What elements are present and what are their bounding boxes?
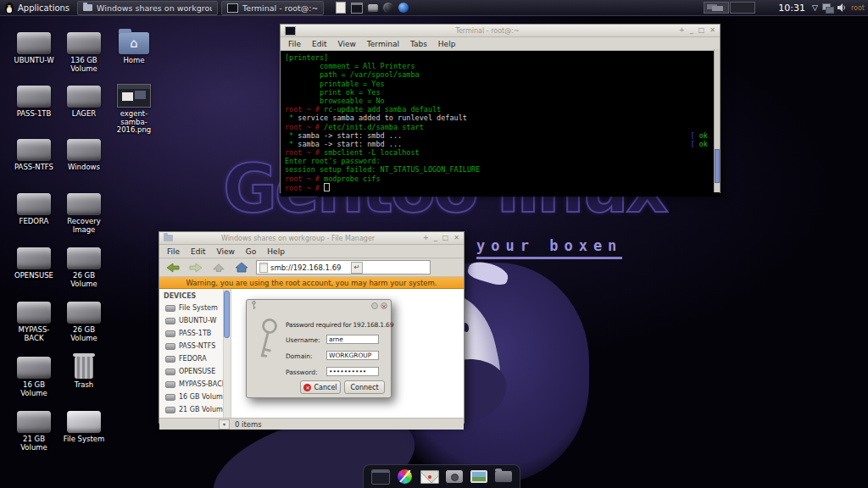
- desktop-icon-label: Trash: [59, 381, 108, 390]
- workspace-pager[interactable]: [704, 2, 755, 14]
- shade-button[interactable]: +: [423, 235, 429, 241]
- dock-screenshot-launcher[interactable]: [444, 468, 465, 486]
- shade-button[interactable]: +: [679, 27, 685, 34]
- volume-icon[interactable]: [837, 3, 846, 12]
- terminal-menu-view[interactable]: View: [338, 40, 356, 48]
- screenshot-icon[interactable]: [368, 4, 378, 12]
- terminal-titlebar[interactable]: Terminal - root@:~ + _ □ ✕: [281, 25, 720, 37]
- dock-image-viewer-launcher[interactable]: [469, 468, 489, 486]
- dialog-minimize-button[interactable]: [371, 302, 378, 309]
- domain-field[interactable]: [326, 351, 379, 360]
- document-icon[interactable]: [336, 2, 346, 14]
- desktop-icon-26-gb-volume[interactable]: 26 GB Volume: [59, 243, 108, 288]
- workspace-2[interactable]: [730, 2, 755, 14]
- sidebar-item-21-gb-volume[interactable]: 21 GB Volume: [159, 403, 223, 416]
- workspace-1[interactable]: [704, 2, 729, 14]
- minimize-button[interactable]: _: [434, 235, 437, 241]
- desktop-icon-16-gb-volume[interactable]: 16 GB Volume: [9, 352, 58, 397]
- drive-glyph: [17, 247, 51, 269]
- minimize-button[interactable]: _: [690, 27, 693, 34]
- terminal-menu-edit[interactable]: Edit: [312, 40, 326, 48]
- sidebar-item-mypass-back[interactable]: MYPASS-BACK: [159, 378, 223, 391]
- home-glyph: ⌂: [119, 32, 149, 54]
- desktop-icon-windows[interactable]: Windows: [59, 135, 108, 172]
- sidebar-scrollbar-thumb[interactable]: [224, 291, 230, 338]
- forward-button[interactable]: [187, 260, 204, 274]
- up-button[interactable]: [210, 260, 227, 274]
- browser-icon[interactable]: [398, 3, 409, 13]
- auth-dialog-titlebar[interactable]: ✕: [247, 300, 391, 311]
- desktop-icon-136-gb-volume[interactable]: 136 GB Volume: [59, 28, 108, 73]
- sidebar-item-file-system[interactable]: File System: [159, 302, 223, 314]
- fm-menu-go[interactable]: Go: [246, 247, 256, 256]
- desktop-icon-pass-1tb[interactable]: PASS-1TB: [9, 81, 58, 119]
- password-field[interactable]: [326, 367, 379, 376]
- back-button[interactable]: [164, 260, 181, 274]
- cancel-button[interactable]: ✕ Cancel: [300, 380, 341, 394]
- desktop-icon-ubuntu-w[interactable]: UBUNTU-W: [9, 28, 58, 65]
- dock-terminal-launcher[interactable]: [370, 468, 391, 486]
- notifier-triangle-icon[interactable]: ▽: [812, 3, 818, 12]
- sidebar-item-opensuse[interactable]: OPENSUSE: [159, 365, 223, 378]
- sidebar-item-fedora[interactable]: FEDORA: [159, 352, 223, 365]
- fm-menu-help[interactable]: Help: [267, 247, 285, 256]
- sidebar-scrollbar[interactable]: [224, 289, 231, 418]
- desktop-icon-pass-ntfs[interactable]: PASS-NTFS: [9, 135, 58, 172]
- scroll-down-stepper[interactable]: ▾: [219, 419, 230, 430]
- applications-menu-button[interactable]: Applications: [0, 0, 77, 15]
- file-manager-titlebar[interactable]: Windows shares on workgroup - File Manag…: [159, 232, 464, 245]
- dock-file-manager-launcher[interactable]: [493, 468, 514, 486]
- file-manager-window-icon: [164, 235, 173, 241]
- sidebar-item-pass-1tb[interactable]: PASS-1TB: [159, 327, 223, 340]
- desktop-icon-home[interactable]: ⌂Home: [109, 28, 159, 65]
- desktop-icon-trash[interactable]: Trash: [59, 352, 108, 390]
- desktop-icon-fedora[interactable]: FEDORA: [9, 189, 58, 226]
- desktop-icon-21-gb-volume[interactable]: 21 GB Volume: [9, 407, 58, 452]
- sidebar-item-ubuntu-w[interactable]: UBUNTU-W: [159, 314, 223, 327]
- desktop-icon-lager[interactable]: LAGER: [59, 81, 108, 119]
- go-button[interactable]: ↵: [351, 262, 363, 274]
- home-button[interactable]: [233, 260, 250, 274]
- address-input[interactable]: [270, 263, 348, 272]
- terminal-menu-tabs[interactable]: Tabs: [410, 40, 427, 48]
- terminal-icon[interactable]: [351, 3, 363, 14]
- desktop-icon-file-system[interactable]: File System: [59, 407, 108, 444]
- drive-icon: [59, 135, 108, 161]
- terminal-icon: [227, 3, 238, 13]
- terminal-scrollbar[interactable]: [714, 49, 720, 192]
- globe-icon[interactable]: [383, 3, 393, 13]
- fm-menu-view[interactable]: View: [217, 247, 235, 256]
- terminal-menu-file[interactable]: File: [288, 40, 301, 48]
- network-icon[interactable]: [822, 3, 833, 13]
- desktop-icon-exgent-samba-2016-png[interactable]: exgent-samba-2016.png: [109, 81, 159, 135]
- terminal-output[interactable]: [printers] comment = All Printers path =…: [281, 51, 720, 197]
- connect-button[interactable]: Connect: [344, 380, 385, 394]
- desktop-icon-recovery-image[interactable]: Recovery Image: [59, 189, 108, 234]
- terminal-menu-help[interactable]: Help: [438, 40, 456, 48]
- terminal-menu-terminal[interactable]: Terminal: [367, 40, 399, 48]
- dialog-close-button[interactable]: ✕: [381, 302, 387, 309]
- maximize-button[interactable]: □: [698, 27, 705, 34]
- desktop-icon-26-gb-volume[interactable]: 26 GB Volume: [59, 297, 108, 342]
- username-field[interactable]: [326, 335, 379, 344]
- panel-window-button-2[interactable]: Terminal - root@:~: [221, 1, 324, 15]
- sidebar-item-pass-ntfs[interactable]: PASS-NTFS: [159, 340, 223, 352]
- fm-menu-file[interactable]: File: [167, 247, 180, 256]
- terminal-line: printable = Yes: [285, 80, 708, 88]
- close-button[interactable]: ✕: [709, 27, 715, 34]
- sidebar-item-16-gb-volume[interactable]: 16 GB Volume: [159, 391, 223, 403]
- drive-glyph: [17, 193, 51, 215]
- dock-mail-launcher[interactable]: [420, 468, 440, 486]
- terminal-line: [printers]: [285, 53, 708, 62]
- image-icon: [109, 81, 159, 108]
- dock-graphics-editor-launcher[interactable]: [395, 468, 415, 486]
- panel-window-button-1[interactable]: Windows shares on workgrou...: [77, 1, 218, 15]
- desktop-icon-mypass-back[interactable]: MYPASS-BACK: [9, 297, 58, 342]
- fm-menu-edit[interactable]: Edit: [191, 247, 205, 256]
- desktop-icon-opensuse[interactable]: OPENSUSE: [9, 243, 58, 280]
- maximize-button[interactable]: □: [442, 235, 449, 241]
- drive-icon: [9, 189, 58, 215]
- file-manager-icon: [495, 471, 512, 482]
- terminal-scrollbar-thumb[interactable]: [715, 149, 720, 183]
- close-button[interactable]: ✕: [453, 235, 459, 241]
